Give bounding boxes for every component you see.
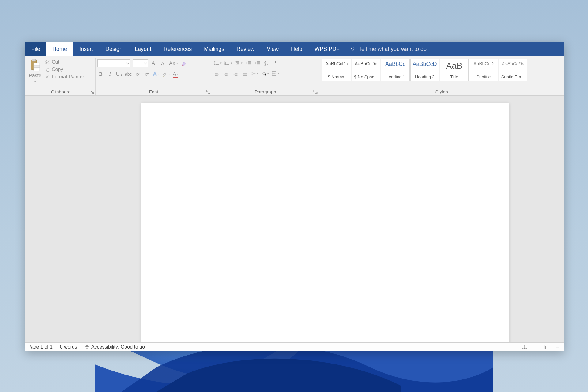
format-painter-label: Format Painter [52,74,84,80]
number-list-icon: 123 [224,60,230,66]
status-word-count[interactable]: 0 words [60,344,77,350]
tell-me-label: Tell me what you want to do [359,46,427,52]
multilevel-list-icon [235,60,240,66]
tab-mailings[interactable]: Mailings [198,42,230,56]
outdent-icon [246,60,251,66]
tab-layout[interactable]: Layout [129,42,157,56]
change-case-button[interactable]: Aa▾ [169,60,178,67]
svg-point-10 [214,63,215,64]
paste-button[interactable]: Paste ▾ [28,58,43,88]
align-left-button[interactable] [214,70,221,77]
status-page[interactable]: Page 1 of 1 [28,344,53,350]
svg-point-4 [46,61,47,62]
style-sample: AaBbCcDc [355,61,377,66]
show-marks-button[interactable]: ¶ [273,59,279,67]
style-sample: AaBbCcDc [502,61,524,66]
style-name: Heading 1 [386,74,405,79]
svg-rect-20 [533,345,538,349]
clear-formatting-button[interactable] [180,60,187,67]
subscript-button[interactable]: x2 [134,70,141,78]
style-normal[interactable]: AaBbCcDc¶ Normal [322,59,351,81]
web-layout-icon [544,345,550,349]
style-name: Heading 2 [415,74,435,79]
bullets-button[interactable]: ▾ [214,59,222,67]
grow-font-button[interactable]: A▴ [151,60,157,67]
web-layout-button[interactable] [543,344,551,350]
font-color-button[interactable]: A ▾ [172,70,179,78]
numbering-button[interactable]: 123▾ [224,59,232,67]
zoom-out-button[interactable]: − [554,344,562,350]
tab-home[interactable]: Home [46,42,73,56]
chevron-down-icon: ▾ [34,80,36,83]
style-heading1[interactable]: AaBbCcHeading 1 [381,59,410,81]
multilevel-list-button[interactable]: ▾ [235,59,243,67]
style-title[interactable]: AaBTitle [440,59,469,81]
format-painter-button[interactable]: Format Painter [45,74,84,80]
document-page[interactable] [141,103,509,342]
borders-button[interactable]: ▾ [271,70,279,77]
dialog-launcher-icon [313,90,318,94]
tab-wps-pdf[interactable]: WPS PDF [308,42,346,56]
clipboard-launcher[interactable] [90,90,94,94]
status-bar: Page 1 of 1 0 words Accessibility: Good … [25,342,564,351]
underline-button[interactable]: U▾ [116,70,123,78]
cut-button[interactable]: Cut [45,59,84,65]
tab-design[interactable]: Design [99,42,129,56]
group-clipboard-label: Clipboard [28,88,93,95]
status-accessibility[interactable]: Accessibility: Good to go [85,344,145,350]
align-center-button[interactable] [223,70,230,77]
lightbulb-icon [350,46,356,52]
shrink-font-button[interactable]: A▾ [160,60,167,67]
tab-help[interactable]: Help [285,42,308,56]
font-launcher[interactable] [206,90,210,94]
line-spacing-button[interactable]: ▾ [251,70,258,77]
print-layout-icon [533,345,539,349]
sort-button[interactable]: AZ [263,59,270,67]
dialog-launcher-icon [90,90,94,94]
superscript-button[interactable]: x2 [144,70,150,78]
dialog-launcher-icon [206,90,210,94]
style-name: Subtle Em... [501,74,525,79]
style-sample: AaBbCc [385,61,405,67]
tab-view[interactable]: View [261,42,285,56]
ribbon-tabs: File Home Insert Design Layout Reference… [25,42,564,56]
tab-review[interactable]: Review [230,42,261,56]
text-effects-button[interactable]: A▾ [153,70,160,78]
accessibility-icon [85,345,89,349]
sort-icon: AZ [264,60,270,66]
decrease-indent-button[interactable] [245,59,252,67]
align-right-button[interactable] [232,70,239,77]
style-heading2[interactable]: AaBbCcDHeading 2 [410,59,439,81]
document-area[interactable] [25,96,564,342]
line-spacing-icon [251,71,256,76]
read-mode-button[interactable] [521,344,529,350]
print-layout-button[interactable] [532,344,540,350]
justify-button[interactable] [241,70,248,77]
status-accessibility-label: Accessibility: Good to go [91,344,145,350]
bold-button[interactable]: B [97,70,104,78]
group-styles-label: Styles [321,88,562,95]
italic-button[interactable]: I [107,70,113,78]
highlight-button[interactable]: ▾ [162,70,170,78]
copy-button[interactable]: Copy [45,67,84,72]
style-subtleem[interactable]: AaBbCcDcSubtle Em... [499,59,527,81]
style-subtitle[interactable]: AaBbCcDSubtitle [469,59,498,81]
tab-file[interactable]: File [25,42,46,56]
tab-insert[interactable]: Insert [73,42,99,56]
font-family-combo[interactable] [97,59,130,67]
svg-point-17 [265,74,266,76]
increase-indent-button[interactable] [254,59,261,67]
font-size-combo[interactable] [133,59,148,67]
style-sample: AaBbCcDc [325,61,348,66]
highlighter-icon [162,71,168,77]
svg-point-11 [214,64,215,65]
strikethrough-button[interactable]: abc [125,70,132,78]
tell-me-search[interactable]: Tell me what you want to do [346,42,431,56]
style-nospac[interactable]: AaBbCcDc¶ No Spac... [352,59,380,81]
group-styles: AaBbCcDc¶ NormalAaBbCcDc¶ No Spac...AaBb… [319,58,564,95]
tab-references[interactable]: References [157,42,198,56]
shading-button[interactable]: ▾ [261,70,269,77]
paragraph-launcher[interactable] [313,90,318,94]
group-font: A▴ A▾ Aa▾ B I U▾ abc x2 x2 [96,58,212,95]
justify-icon [242,71,247,76]
